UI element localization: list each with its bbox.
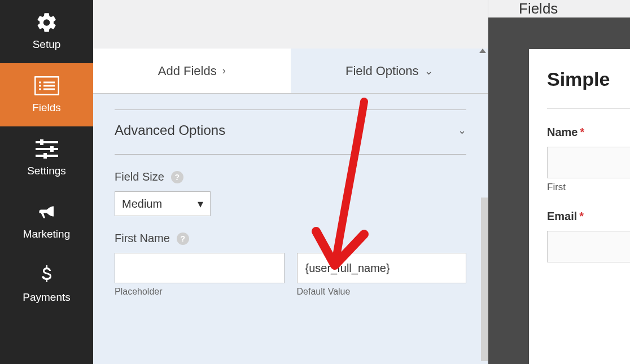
svg-rect-10 xyxy=(50,146,54,152)
chevron-down-icon: ⌄ xyxy=(458,124,466,137)
scrollbar[interactable] xyxy=(481,198,488,361)
sidebar-item-marketing[interactable]: Marketing xyxy=(0,190,93,253)
advanced-options-title: Advanced Options xyxy=(115,122,225,138)
chevron-down-icon: ⌄ xyxy=(425,65,433,77)
builder-sidebar: Setup Fields xyxy=(0,0,93,364)
scroll-up-icon[interactable] xyxy=(479,49,486,53)
field-options-panel: Add Fields › Field Options ⌄ Advanced Op… xyxy=(93,0,488,364)
sidebar-item-payments[interactable]: Payments xyxy=(0,253,93,316)
preview-name-label: Name* xyxy=(547,126,630,139)
sidebar-item-setup[interactable]: Setup xyxy=(0,0,93,63)
sidebar-label-settings: Settings xyxy=(0,165,93,177)
caret-down-icon: ▾ xyxy=(198,197,203,210)
preview-first-sublabel: First xyxy=(547,182,630,193)
tab-add-fields[interactable]: Add Fields › xyxy=(93,49,291,93)
dollar-icon xyxy=(0,263,93,288)
gear-icon xyxy=(0,10,93,35)
first-name-default-value-input[interactable] xyxy=(297,253,467,283)
preview-area: Fields Simple Name* First Email* xyxy=(488,0,630,364)
first-name-placeholder-input[interactable] xyxy=(115,253,285,283)
first-name-label: First Name xyxy=(115,232,170,245)
preview-first-name-input[interactable] xyxy=(547,147,630,178)
field-size-label: Field Size xyxy=(115,170,164,183)
right-header-title: Fields xyxy=(488,0,630,17)
svg-rect-8 xyxy=(40,139,43,145)
sliders-icon xyxy=(0,137,93,161)
field-size-value: Medium xyxy=(122,198,162,210)
svg-rect-7 xyxy=(36,141,58,143)
field-size-select[interactable]: Medium ▾ xyxy=(115,191,211,216)
list-icon xyxy=(0,73,93,98)
placeholder-sublabel: Placeholder xyxy=(115,287,285,297)
default-value-sublabel: Default Value xyxy=(297,287,467,297)
sidebar-label-setup: Setup xyxy=(0,38,93,51)
help-icon[interactable]: ? xyxy=(177,233,189,245)
tab-add-fields-label: Add Fields xyxy=(158,64,217,78)
sidebar-item-fields[interactable]: Fields xyxy=(0,63,93,126)
tab-field-options-label: Field Options xyxy=(345,64,419,78)
tab-field-options[interactable]: Field Options ⌄ xyxy=(291,49,488,93)
help-icon[interactable]: ? xyxy=(171,171,183,183)
advanced-options-toggle[interactable]: Advanced Options ⌄ xyxy=(115,122,466,138)
sidebar-item-settings[interactable]: Settings xyxy=(0,126,93,190)
svg-rect-12 xyxy=(43,153,47,159)
preview-email-label: Email* xyxy=(547,210,630,223)
form-preview[interactable]: Simple Name* First Email* xyxy=(529,49,630,364)
sidebar-label-payments: Payments xyxy=(0,291,93,304)
preview-email-input[interactable] xyxy=(547,231,630,262)
chevron-right-icon: › xyxy=(222,65,226,77)
sidebar-label-marketing: Marketing xyxy=(0,228,93,240)
sidebar-label-fields: Fields xyxy=(0,102,93,114)
svg-rect-9 xyxy=(36,148,58,150)
megaphone-icon xyxy=(0,200,93,225)
form-title: Simple xyxy=(547,68,630,90)
